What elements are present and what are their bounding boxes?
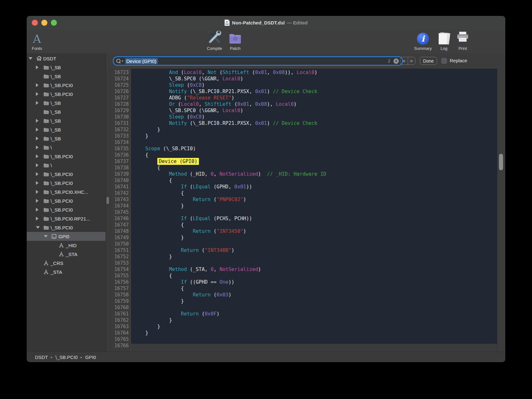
- line-number: 16751: [112, 247, 129, 254]
- method-icon: [59, 243, 66, 248]
- disclosure-triangle[interactable]: [36, 163, 38, 167]
- line-number: 16760: [112, 304, 129, 311]
- line-number: 16754: [112, 266, 129, 273]
- code-line: ADBG ("Release RESET"): [133, 95, 497, 101]
- code-line: {: [133, 165, 497, 171]
- tree-item[interactable]: \_SB.PCI0: [27, 90, 106, 98]
- tree-item[interactable]: \_SB.PCI0: [27, 179, 106, 187]
- code-line: {: [133, 190, 497, 196]
- compile-icon: [208, 31, 222, 45]
- tree-item[interactable]: _HID: [27, 241, 106, 250]
- disclosure-triangle[interactable]: [36, 226, 40, 229]
- tree-item[interactable]: \_SB: [27, 72, 106, 81]
- tree-item[interactable]: \: [27, 161, 106, 170]
- search-match-highlight: Device (GPI0): [157, 158, 199, 165]
- next-match-button[interactable]: >: [408, 57, 415, 64]
- disclosure-triangle[interactable]: [36, 181, 38, 185]
- disclosure-triangle[interactable]: [36, 172, 38, 176]
- code-line: Sleep (0xC8): [133, 114, 497, 120]
- tree-item-label: _STA: [66, 252, 77, 257]
- vertical-scrollbar[interactable]: [497, 69, 505, 362]
- code-line: }: [133, 203, 497, 209]
- code-editor[interactable]: 1672316724167251672616727167281672916730…: [106, 69, 505, 362]
- chevron-down-icon[interactable]: ▾: [122, 59, 123, 63]
- code-line: \_SB.SPC0 (\GGNR, Local0): [133, 107, 497, 114]
- folder-icon: [44, 190, 51, 194]
- code-line: Device (GPI0): [133, 158, 497, 165]
- disclosure-triangle[interactable]: [36, 92, 38, 96]
- disclosure-triangle[interactable]: [36, 145, 38, 149]
- method-icon: [44, 260, 51, 266]
- code-line: Sleep (0xC8): [133, 82, 497, 88]
- print-button[interactable]: Print: [456, 30, 469, 51]
- compile-button[interactable]: Compile: [207, 30, 222, 51]
- tree-item[interactable]: \_SB: [27, 134, 106, 143]
- tree-item[interactable]: \_SB: [27, 125, 106, 134]
- line-number: 16759: [112, 298, 129, 304]
- disclosure-triangle[interactable]: [36, 137, 38, 140]
- tree-item[interactable]: \_SB: [27, 107, 106, 116]
- tree-item[interactable]: \_SB.PCI0: [27, 170, 106, 179]
- tree-item[interactable]: \_SB.PCI0.XHC...: [27, 187, 106, 196]
- sidebar-scrollbar-thumb[interactable]: [106, 197, 109, 204]
- breadcrumb-item[interactable]: DSDT: [35, 355, 48, 360]
- clear-search-button[interactable]: ✕: [393, 58, 399, 64]
- tree-item[interactable]: DSDT: [27, 54, 106, 63]
- code-line: Return (0x0F): [133, 311, 497, 317]
- line-number: 16761: [112, 311, 129, 317]
- line-number: 16735: [112, 145, 129, 152]
- tree-item[interactable]: \: [27, 143, 106, 152]
- disclosure-triangle[interactable]: [36, 101, 38, 105]
- folder-icon: [44, 92, 51, 96]
- disclosure-triangle[interactable]: [36, 119, 38, 123]
- disclosure-triangle[interactable]: [36, 83, 38, 87]
- breadcrumb-item[interactable]: \_SB.PCI0: [55, 355, 78, 360]
- line-number: 16739: [112, 171, 129, 177]
- window-title: Non-Patched_DSDT.dsl — Edited: [27, 16, 505, 29]
- folder-icon: [44, 226, 51, 230]
- code-line: }: [133, 254, 497, 260]
- disclosure-triangle[interactable]: [36, 199, 38, 203]
- find-nav: < >: [400, 57, 415, 65]
- tree-item[interactable]: _CRS: [27, 259, 106, 267]
- vertical-scrollbar-thumb[interactable]: [499, 154, 503, 170]
- patch-button[interactable]: ⚙ Patch: [229, 30, 242, 51]
- previous-match-button[interactable]: <: [400, 57, 408, 64]
- disclosure-triangle[interactable]: [36, 190, 38, 194]
- disclosure-triangle[interactable]: [36, 65, 38, 69]
- line-number: 16732: [112, 126, 129, 133]
- replace-checkbox[interactable]: [441, 58, 447, 64]
- tree-item[interactable]: \_SB: [27, 63, 106, 72]
- tree-item[interactable]: \_SB.PCI0: [27, 152, 106, 161]
- tree-item[interactable]: _STA: [27, 250, 106, 259]
- tree-item[interactable]: \_SB.PCI0.RP21...: [27, 214, 106, 223]
- tree-item-label: \_SB: [51, 127, 61, 132]
- code-line: }: [133, 133, 497, 139]
- search-input[interactable]: ▾ Device (GPI0) 2 ✕: [113, 56, 403, 66]
- tree-item-label: \_SB: [51, 109, 61, 115]
- log-button[interactable]: Log: [438, 30, 450, 51]
- disclosure-triangle[interactable]: [36, 217, 38, 220]
- log-pages-icon: [438, 32, 450, 45]
- folder-icon: [44, 208, 51, 212]
- disclosure-triangle[interactable]: [36, 154, 38, 158]
- tree-item[interactable]: \_SB.PCI0: [27, 81, 106, 90]
- tree-item[interactable]: \_SB.PCI0: [27, 205, 106, 214]
- tree-item[interactable]: _STA: [27, 267, 106, 276]
- breadcrumb-separator-icon: ▸: [51, 355, 53, 359]
- done-button[interactable]: Done: [420, 57, 437, 65]
- line-number: 16766: [112, 342, 129, 349]
- disclosure-triangle[interactable]: [29, 57, 32, 60]
- disclosure-triangle[interactable]: [36, 208, 38, 212]
- disclosure-triangle[interactable]: [44, 235, 48, 238]
- line-number: 16738: [112, 165, 129, 171]
- disclosure-triangle[interactable]: [36, 128, 38, 132]
- tree-item[interactable]: \_SB.PCI0: [27, 196, 106, 205]
- tree-item[interactable]: \_SB: [27, 116, 106, 125]
- summary-button[interactable]: i Summary: [414, 30, 432, 51]
- tree-item[interactable]: \_SB: [27, 98, 106, 107]
- fonts-button[interactable]: A Fonts: [32, 30, 42, 51]
- breadcrumb-item[interactable]: GPI0: [85, 355, 96, 360]
- tree-item[interactable]: \_SB.PCI0: [27, 223, 106, 232]
- tree-item[interactable]: GPI0: [27, 232, 106, 241]
